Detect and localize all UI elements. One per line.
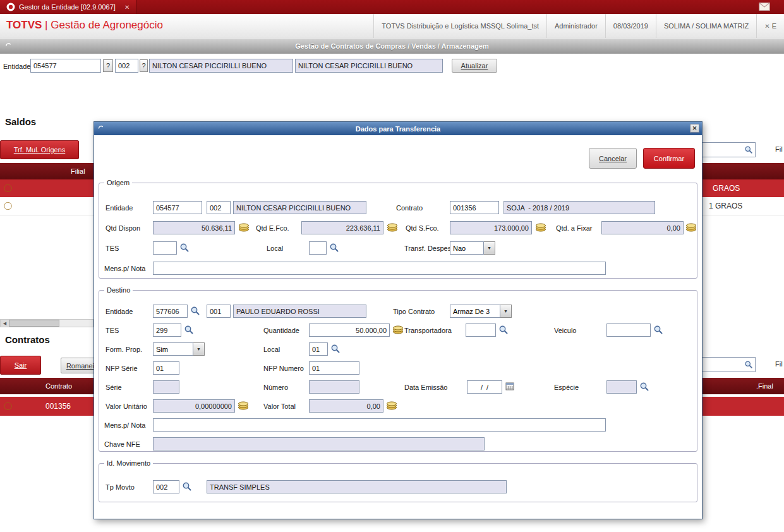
chave-nfe-field — [153, 437, 485, 450]
money-icon[interactable] — [238, 401, 249, 410]
money-icon[interactable] — [392, 325, 404, 334]
origem-mens-input[interactable] — [153, 262, 606, 275]
cancelar-label: Cancelar — [599, 155, 627, 162]
lookup-icon[interactable] — [179, 243, 190, 253]
origem-entidade-input[interactable] — [153, 201, 202, 214]
app-tab[interactable]: Gestor da Entidade [02.9.0067] ✕ — [0, 0, 136, 14]
program-title-bar: Gestão de Contratos de Compras / Vendas … — [0, 38, 784, 54]
id-movimento-legend: Id. Movimento — [104, 459, 153, 467]
lookup-icon[interactable] — [330, 344, 341, 354]
atualizar-label: Atualizar — [461, 62, 488, 70]
row-status-icon — [4, 202, 12, 210]
qtd-dispon-label: Qtd Dispon — [106, 224, 140, 232]
data-emissao-input[interactable] — [467, 380, 502, 394]
transf-despesa-label: Transf. Despesa — [404, 245, 455, 252]
dialog-title-bar[interactable]: Dados para Transferencia ✕ — [94, 122, 702, 135]
origem-entidade-label: Entidade — [106, 204, 133, 212]
lookup-icon[interactable] — [498, 325, 509, 335]
transf-despesa-combo[interactable]: Nao ▼ — [450, 241, 495, 255]
transf-despesa-value: Nao — [450, 241, 484, 255]
exit-button[interactable]: ✕ E — [756, 14, 784, 38]
destino-local-input[interactable] — [309, 342, 328, 356]
destino-mens-input[interactable] — [153, 418, 606, 432]
scrollbar-thumb[interactable] — [9, 320, 59, 327]
money-icon[interactable] — [685, 223, 697, 232]
tp-movto-desc-field — [207, 480, 507, 493]
chave-nfe-label: Chave NFE — [104, 440, 140, 448]
lookup-icon[interactable] — [182, 481, 192, 492]
valor-total-field — [309, 399, 383, 413]
lookup-icon[interactable] — [190, 306, 200, 316]
contratos-col-final[interactable]: .Final — [756, 382, 773, 390]
entidade-store-input[interactable] — [115, 59, 138, 73]
lookup-icon[interactable] — [639, 382, 649, 392]
veiculo-input[interactable] — [606, 323, 651, 337]
confirmar-button[interactable]: Confirmar — [643, 148, 695, 169]
saldos-col-filial[interactable]: Filial — [71, 167, 85, 175]
form-prop-value: Sim — [153, 342, 193, 356]
destino-entidade-input[interactable] — [153, 305, 188, 318]
chevron-down-icon[interactable]: ▼ — [500, 305, 512, 318]
lookup-icon[interactable] — [653, 325, 663, 335]
qtd-dispon-field — [153, 221, 235, 234]
tp-movto-label: Tp Movto — [106, 483, 135, 491]
lookup-icon[interactable] — [184, 325, 194, 335]
id-movimento-groupbox: Id. Movimento Tp Movto — [99, 463, 697, 502]
contratos-col-contrato[interactable]: Contrato — [45, 382, 72, 390]
search-icon[interactable] — [744, 145, 753, 154]
close-icon: ✕ — [764, 23, 769, 30]
contratos-row1-contrato: 001356 — [45, 402, 71, 411]
origem-loja-input[interactable] — [207, 201, 231, 214]
destino-loja-input[interactable] — [207, 305, 231, 318]
form-prop-combo[interactable]: Sim ▼ — [153, 342, 205, 356]
store-help-button[interactable]: ? — [140, 59, 148, 72]
qtd-efco-label: Qtd E.Fco. — [256, 224, 289, 232]
money-icon[interactable] — [535, 223, 546, 232]
dialog-close-icon[interactable]: ✕ — [690, 124, 699, 133]
dialog-icon — [97, 124, 106, 133]
chevron-down-icon[interactable]: ▼ — [484, 241, 495, 255]
search-icon[interactable] — [744, 360, 753, 369]
trf-mul-origens-button[interactable]: Trf. Mul. Origens — [0, 140, 79, 159]
origem-local-input[interactable] — [309, 241, 327, 255]
saldos-hscrollbar[interactable]: ◀ — [0, 319, 93, 327]
calendar-icon[interactable] — [505, 382, 514, 390]
exit-label: E — [772, 22, 776, 30]
origem-contrato-input[interactable] — [450, 201, 499, 214]
mail-icon[interactable] — [759, 3, 770, 11]
destino-entidade-label: Entidade — [106, 308, 133, 315]
nfp-numero-label: NFP Numero — [263, 365, 304, 372]
destino-tes-input[interactable] — [153, 323, 181, 337]
serie-label: Série — [106, 384, 122, 391]
money-icon[interactable] — [387, 223, 398, 232]
quantidade-input[interactable] — [309, 323, 390, 337]
origem-tes-input[interactable] — [153, 241, 177, 255]
brand-title: TOTVS | Gestão de Agronegócio — [6, 19, 163, 32]
chevron-down-icon[interactable]: ▼ — [193, 342, 205, 356]
saldos-filter-partial-label: Fil — [775, 145, 783, 153]
nfp-serie-label: NFP Série — [106, 365, 138, 372]
destino-legend: Destino — [104, 286, 133, 294]
tipo-contrato-combo[interactable]: Armaz De 3 ▼ — [450, 305, 512, 318]
origem-nome-field — [233, 201, 366, 214]
transportadora-input[interactable] — [466, 323, 496, 337]
valor-unitario-field — [153, 399, 235, 413]
nfp-serie-input[interactable] — [153, 361, 179, 375]
entidade-code-input[interactable] — [30, 59, 101, 73]
lookup-icon[interactable] — [329, 243, 339, 253]
sair-button[interactable]: Sair — [0, 356, 41, 375]
tp-movto-input[interactable] — [153, 480, 179, 493]
confirmar-label: Confirmar — [654, 155, 684, 162]
user-name: Administrador — [546, 14, 605, 38]
entidade-help-button[interactable]: ? — [103, 59, 113, 72]
money-icon[interactable] — [386, 401, 397, 410]
tab-close-icon[interactable]: ✕ — [124, 4, 130, 11]
money-icon[interactable] — [238, 223, 250, 232]
tipo-contrato-value: Armaz De 3 — [450, 305, 500, 318]
nfp-numero-input[interactable] — [309, 361, 359, 375]
scroll-left-arrow-icon[interactable]: ◀ — [1, 320, 9, 327]
qtd-sfco-field — [450, 221, 532, 234]
company-branch: SOLIMA / SOLIMA MATRIZ — [656, 14, 756, 38]
atualizar-button[interactable]: Atualizar — [452, 59, 497, 73]
cancelar-button[interactable]: Cancelar — [589, 148, 637, 169]
